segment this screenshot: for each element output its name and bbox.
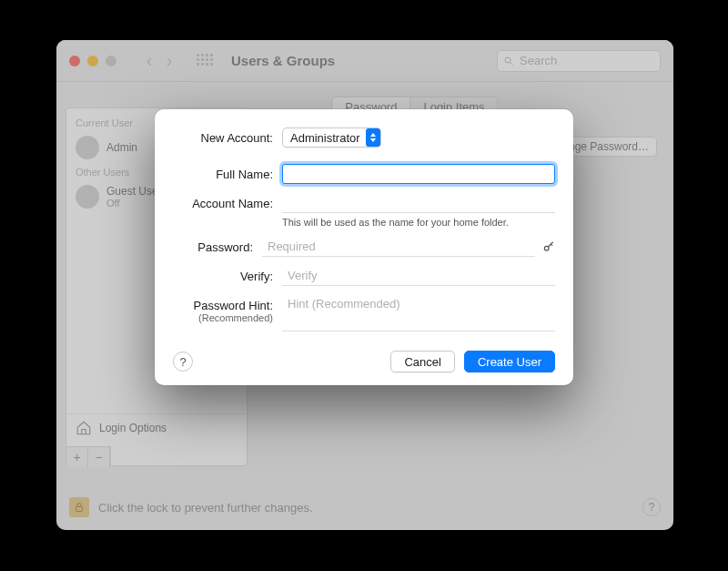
password-hint-sublabel: (Recommended)	[173, 312, 273, 323]
row-verify: Verify:	[173, 266, 555, 286]
lock-icon	[74, 502, 85, 513]
sheet-footer: ? Cancel Create User	[173, 351, 555, 372]
row-account-name: Account Name: This will be used as the n…	[173, 193, 555, 228]
help-button[interactable]: ?	[642, 498, 661, 516]
new-account-value: Administrator	[290, 131, 360, 145]
row-full-name: Full Name:	[173, 164, 555, 184]
avatar	[76, 136, 99, 159]
password-label: Password:	[173, 237, 262, 254]
row-password: Password:	[173, 237, 555, 257]
new-user-sheet: New Account: Administrator Full Name: Ac…	[155, 109, 573, 385]
back-button[interactable]: ‹	[140, 50, 158, 71]
login-options-row[interactable]: Login Options	[66, 413, 247, 442]
add-user-button[interactable]: +	[66, 447, 88, 467]
password-hint-label-text: Password Hint:	[194, 299, 273, 312]
full-name-input[interactable]	[282, 164, 555, 184]
window-controls	[69, 56, 116, 66]
search-field[interactable]: Search	[497, 50, 661, 72]
lock-button[interactable]	[69, 497, 89, 517]
show-all-icon[interactable]	[197, 54, 211, 68]
new-account-select[interactable]: Administrator	[282, 127, 381, 148]
verify-input[interactable]	[282, 266, 555, 286]
sidebar-item-label: Guest User	[106, 185, 162, 198]
account-name-input[interactable]	[282, 193, 555, 213]
close-window-button[interactable]	[69, 56, 80, 66]
avatar	[76, 185, 99, 209]
password-hint-input[interactable]	[282, 295, 555, 331]
key-icon[interactable]	[542, 240, 555, 253]
add-remove-bar: + −	[66, 446, 111, 466]
password-input[interactable]	[262, 237, 535, 257]
login-options-label: Login Options	[99, 422, 167, 434]
minimize-window-button[interactable]	[87, 56, 98, 66]
verify-label: Verify:	[173, 266, 282, 283]
create-user-button[interactable]: Create User	[464, 351, 555, 372]
search-icon	[503, 56, 514, 66]
search-placeholder-text: Search	[520, 54, 557, 67]
full-name-label: Full Name:	[173, 164, 282, 181]
remove-user-button[interactable]: −	[88, 447, 110, 467]
nav-arrows: ‹ ›	[140, 50, 178, 71]
forward-button[interactable]: ›	[160, 50, 178, 71]
svg-rect-2	[76, 507, 83, 512]
sheet-help-button[interactable]: ?	[173, 352, 193, 372]
lock-bar: Click the lock to prevent further change…	[69, 494, 661, 521]
row-new-account: New Account: Administrator	[173, 127, 555, 148]
cancel-button[interactable]: Cancel	[390, 351, 454, 372]
lock-text: Click the lock to prevent further change…	[98, 501, 313, 515]
account-name-label: Account Name:	[173, 193, 282, 210]
svg-line-1	[511, 62, 513, 65]
password-hint-label: Password Hint: (Recommended)	[173, 295, 282, 323]
titlebar: ‹ › Users & Groups Search	[56, 40, 673, 82]
svg-point-3	[544, 246, 549, 250]
house-icon	[76, 420, 92, 436]
new-account-label: New Account:	[173, 127, 282, 145]
row-password-hint: Password Hint: (Recommended)	[173, 295, 555, 334]
svg-point-0	[505, 57, 511, 63]
chevron-up-down-icon	[366, 128, 380, 147]
window-title: Users & Groups	[231, 53, 335, 68]
sidebar-item-label: Admin	[106, 141, 137, 154]
zoom-window-button[interactable]	[106, 56, 116, 66]
sidebar-item-sublabel: Off	[106, 198, 162, 209]
account-name-hint: This will be used as the name for your h…	[282, 217, 555, 228]
